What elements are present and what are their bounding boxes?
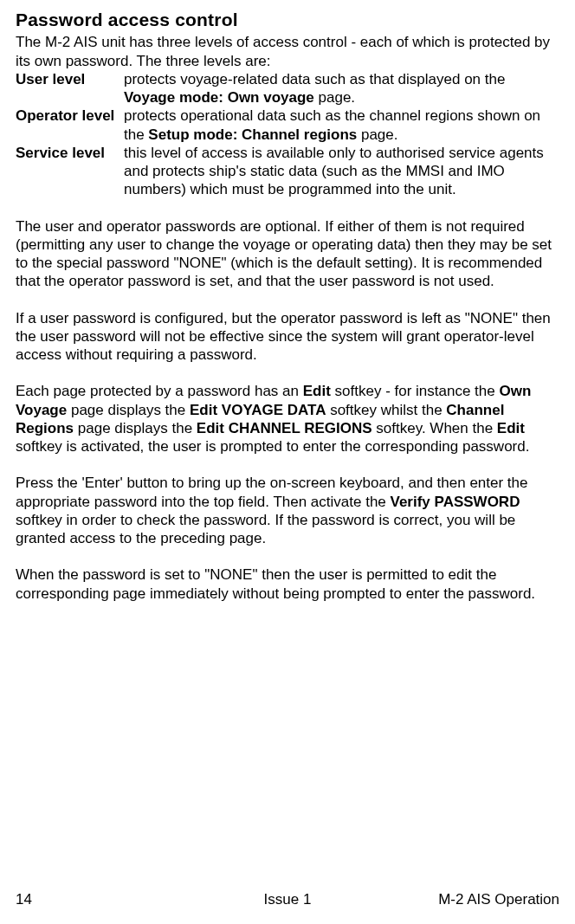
level-label: Service level — [16, 144, 124, 162]
footer-page-number: 14 — [16, 890, 32, 908]
level-label: User level — [16, 70, 124, 88]
bold-text: Edit — [497, 420, 525, 436]
text: softkey is activated, the user is prompt… — [16, 438, 529, 455]
intro-paragraph: The M-2 AIS unit has three levels of acc… — [16, 33, 559, 70]
level-row-user: User level protects voyage-related data … — [16, 70, 559, 107]
text: page displays the — [67, 402, 190, 418]
text: softkey. When the — [372, 420, 497, 436]
page-footer: 14 Issue 1 M-2 AIS Operation — [16, 890, 559, 908]
footer-doc-title: M-2 AIS Operation — [438, 890, 559, 908]
section-heading: Password access control — [16, 9, 559, 31]
level-label: Operator level — [16, 107, 124, 125]
text: softkey - for instance the — [331, 383, 500, 399]
text: Each page protected by a password has an — [16, 383, 303, 399]
level-description: protects voyage-related data such as tha… — [124, 70, 559, 107]
paragraph-verify-password: Press the 'Enter' button to bring up the… — [16, 474, 559, 547]
paragraph-edit-softkey: Each page protected by a password has an… — [16, 382, 559, 456]
text: this level of access is available only t… — [124, 145, 544, 198]
bold-text: Edit CHANNEL REGIONS — [197, 420, 372, 436]
bold-text: Verify PASSWORD — [391, 494, 520, 510]
level-description: protects operational data such as the ch… — [124, 107, 559, 144]
text: protects voyage-related data such as tha… — [124, 71, 505, 87]
text: page. — [357, 126, 397, 143]
level-description: this level of access is available only t… — [124, 144, 559, 199]
text: softkey in order to check the password. … — [16, 512, 515, 546]
text: page. — [314, 89, 355, 106]
bold-text: Edit VOYAGE DATA — [190, 402, 326, 418]
access-levels-list: User level protects voyage-related data … — [16, 70, 559, 199]
level-row-service: Service level this level of access is av… — [16, 144, 559, 199]
level-row-operator: Operator level protects operational data… — [16, 107, 559, 144]
text: softkey whilst the — [326, 402, 446, 418]
paragraph-none-immediate: When the password is set to "NONE" then … — [16, 565, 559, 603]
paragraph-none-warning: If a user password is configured, but th… — [16, 309, 559, 365]
paragraph-optional-passwords: The user and operator passwords are opti… — [16, 217, 559, 291]
bold-text: Voyage mode: Own voyage — [124, 89, 314, 106]
bold-text: Edit — [303, 383, 331, 399]
text: page displays the — [74, 420, 197, 436]
bold-text: Setup mode: Channel regions — [148, 126, 357, 143]
